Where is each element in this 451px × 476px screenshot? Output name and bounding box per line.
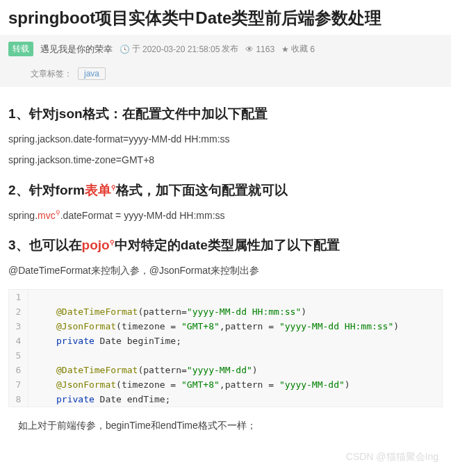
footnote: 如上对于前端传参，beginTime和endTime格式不一样； [8,420,443,432]
author-name[interactable]: 遇见我是你的荣幸 [40,43,113,56]
clock-icon: 🕓 [120,44,130,54]
article-title: springboot项目实体类中Date类型前后端参数处理 [0,0,451,35]
code-line: private Date endTime; [28,392,442,407]
article-content: 1、针对json格式：在配置文件中加以下配置 spring.jackson.da… [0,87,451,450]
code-line: @DateTimeFormat(pattern="yyyy-MM-dd HH:m… [28,304,442,319]
line-number: 6 [9,363,28,377]
meta-bar: 转载 遇见我是你的荣幸 🕓 于 2020-03-20 21:58:05 发布 👁… [0,35,451,63]
search-icon: ⚲ [111,183,116,190]
search-icon: ⚲ [110,239,115,246]
code-line [28,290,442,304]
config-line: spring.jackson.date-format=yyyy-MM-dd HH… [8,131,443,148]
tags-label: 文章标签： [31,68,72,80]
code-line: @JsonFormat(timezone = "GMT+8",pattern =… [28,377,442,392]
section-1-heading: 1、针对json格式：在配置文件中加以下配置 [8,105,443,123]
eye-icon: 👁 [245,44,254,54]
keyword-link[interactable]: pojo⚲ [82,238,115,252]
tags-bar: 文章标签： java [0,63,451,87]
line-number: 2 [9,304,28,319]
search-icon: ⚲ [56,209,60,216]
tag-java[interactable]: java [78,67,106,80]
repost-badge: 转载 [8,42,33,56]
line-number: 7 [9,377,28,392]
section-2-heading: 2、针对form表单⚲格式，加下面这句配置就可以 [8,181,443,199]
code-line [28,348,442,363]
keyword-link[interactable]: mvc⚲ [38,210,60,221]
favorite-count[interactable]: ★ 收藏 6 [281,43,315,55]
section-3-heading: 3、也可以在pojo⚲中对特定的date类型属性加了以下配置 [8,236,443,254]
line-number: 4 [9,334,28,348]
code-block: 12@DateTimeFormat(pattern="yyyy-MM-dd HH… [8,289,443,407]
config-line: spring.jackson.time-zone=GMT+8 [8,152,443,169]
star-icon: ★ [281,44,289,54]
line-number: 8 [9,392,28,407]
publish-time: 🕓 于 2020-03-20 21:58:05 发布 [120,43,238,55]
section-3-desc: @DateTimeFormat来控制入参，@JsonFormat来控制出参 [8,263,443,279]
code-line: @DateTimeFormat(pattern="yyyy-MM-dd") [28,363,442,377]
line-number: 5 [9,348,28,363]
config-line: spring.mvc⚲.dateFormat = yyyy-MM-dd HH:m… [8,208,443,224]
code-line: @JsonFormat(timezone = "GMT+8",pattern =… [28,319,442,334]
keyword-link[interactable]: 表单⚲ [85,183,116,197]
line-number: 3 [9,319,28,334]
code-line: private Date beginTime; [28,334,442,348]
line-number: 1 [9,290,28,304]
view-count: 👁 1163 [245,44,274,54]
